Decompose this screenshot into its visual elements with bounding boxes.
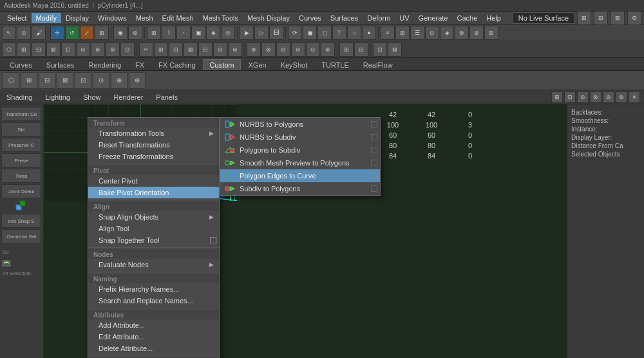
poly-subdiv-item[interactable]: Polygons to Subdiv [220,144,380,156]
move-tool-btn[interactable]: ✛ [50,26,64,40]
shelf-tab-fx[interactable]: FX [128,59,151,70]
camera-btn-1[interactable]: ⊡ [373,42,387,57]
geo-btn-2[interactable]: ⊞ [17,42,31,57]
geo-btn-1[interactable]: ⬡ [2,42,16,57]
menu-mesh-tools[interactable]: Mesh Tools [198,13,243,23]
edit-btn-5[interactable]: ⊟ [198,42,213,57]
edit-btn-6[interactable]: ⊝ [213,42,227,57]
util-btn-2[interactable]: ⊗ [261,42,276,57]
poly-edges-curve-item[interactable]: Polygon Edges to Curve [220,169,380,182]
menu-display[interactable]: Display [61,13,93,23]
freeze-transformations-item[interactable]: Freeze Transformations [88,151,219,162]
util-btn-1[interactable]: ⊕ [247,42,261,57]
geo-btn-8[interactable]: ⊚ [106,42,120,57]
smooth-to-poly-item[interactable]: Smooth Mesh Preview to Polygons [220,156,380,169]
edit-attribute-item[interactable]: Edit Attribute... [88,331,219,343]
select-all-btn[interactable]: ◼ [303,26,317,40]
shelf-tab-keyshot[interactable]: KeyShot [274,59,315,70]
reset-transformations-item[interactable]: Reset Transformations [88,139,219,151]
menu-mesh-display[interactable]: Mesh Display [243,13,294,23]
view-menu-renderer[interactable]: Renderer [111,92,146,102]
util-btn-4[interactable]: ⊘ [291,42,305,57]
shelf-icon-6[interactable]: ⊙ [93,72,109,89]
shelf-tab-custom[interactable]: Custom [203,59,242,70]
transformation-tools-item[interactable]: Transformation Tools ▶ [88,127,219,139]
shelf-icon-5[interactable]: ⊡ [75,72,91,89]
snap-curve-btn[interactable]: ⌇ [162,26,176,40]
display-btn-2[interactable]: ⊟ [354,42,368,57]
geo-btn-6[interactable]: ⊘ [76,42,90,57]
shelf-tab-turtle[interactable]: TURTLE [314,59,356,70]
edit-btn-4[interactable]: ⊠ [184,42,198,57]
menu-mesh[interactable]: Mesh [131,13,158,23]
view-menu-shading[interactable]: Shading [4,92,35,102]
shelf-tab-rendering[interactable]: Rendering [81,59,128,70]
add-attribute-item[interactable]: Add Attribute... [88,319,219,331]
show-manip-btn[interactable]: ⊕ [128,26,142,40]
snap-together-item[interactable]: Snap Together Tool [88,234,219,246]
view-icon-2[interactable]: ⊡ [564,91,576,103]
sub-check-1[interactable] [371,121,377,127]
evaluate-nodes-item[interactable]: Evaluate Nodes ▶ [88,259,219,270]
snap-view-btn[interactable]: ▣ [191,26,205,40]
snap-surface-btn[interactable]: ◈ [206,26,220,40]
left-tool-ste[interactable]: Ste [1,122,41,137]
view-icon-5[interactable]: ⊘ [603,91,614,103]
view-icon-4[interactable]: ⊗ [590,91,601,103]
view-btn-4[interactable]: ⚙ [627,11,641,25]
view-btn-2[interactable]: ⊟ [594,11,608,25]
shelf-icon-2[interactable]: ⊞ [21,72,37,89]
ipr-btn[interactable]: ▷ [254,26,269,40]
align-tool-item[interactable]: Align Tool [88,223,219,234]
view-menu-lighting[interactable]: Lighting [43,92,73,102]
edit-btn-1[interactable]: ✂ [139,42,153,57]
geo-btn-9[interactable]: ⊙ [120,42,135,57]
edit-btn-2[interactable]: ⊞ [154,42,168,57]
edit-btn-7[interactable]: ⊚ [228,42,242,57]
nurbs-subdiv-item[interactable]: NURBS to Subdiv [220,131,380,144]
util-btn-3[interactable]: ⊖ [276,42,290,57]
menu-uv[interactable]: UV [395,13,413,23]
prefix-hierarchy-item[interactable]: Prefix Hierarchy Names... [88,283,219,295]
left-tool-transform[interactable]: Transform Co [1,107,41,121]
paint-select-btn[interactable]: 🖌 [32,26,46,40]
check-box-1[interactable] [210,237,216,243]
sub-check-2[interactable] [371,134,377,140]
last-tool-btn[interactable]: ⊞ [95,26,109,40]
subdiv-to-poly-item[interactable]: Subdiv to Polygons [220,182,380,195]
geo-btn-7[interactable]: ⊛ [91,42,105,57]
falloff-icon[interactable] [2,258,11,267]
shelf-tab-curves[interactable]: Curves [3,59,39,70]
shelf-icon-7[interactable]: ⊕ [111,72,128,89]
sub-check-6[interactable] [371,185,377,192]
view-btn-1[interactable]: ⊞ [577,11,591,25]
soft-mod-btn[interactable]: ◉ [113,26,128,40]
lasso-tool-btn[interactable]: ⊙ [17,26,31,40]
left-tool-tweak[interactable]: Twea [1,169,41,183]
menu-windows[interactable]: Windows [93,13,131,23]
transform-btn[interactable]: ⊞ [395,26,410,40]
menu-select[interactable]: Select [3,13,32,23]
left-tool-preserve[interactable]: Preserve C [1,138,41,152]
display-btn-1[interactable]: ⊞ [339,42,354,57]
view-menu-show[interactable]: Show [80,92,104,102]
shelf-tab-fx-caching[interactable]: FX Caching [151,59,202,70]
shelf-tab-surfaces[interactable]: Surfaces [39,59,81,70]
select-tool-btn[interactable]: ↖ [2,26,16,40]
channel-btn[interactable]: ☰ [410,26,424,40]
menu-deform[interactable]: Deform [363,13,395,23]
view-icon-7[interactable]: ☀ [629,91,640,103]
menu-edit-mesh[interactable]: Edit Mesh [158,13,198,23]
center-pivot-item[interactable]: Center Pivot [88,175,219,187]
view-icon-6[interactable]: ⊛ [616,91,627,103]
geo-btn-3[interactable]: ⊟ [32,42,46,57]
snap-point-btn[interactable]: ◦ [176,26,191,40]
menu-cache[interactable]: Cache [452,13,482,23]
bake-pivot-item[interactable]: Bake Pivot Orientation [88,187,219,198]
menu-help[interactable]: Help [482,13,506,23]
view-menu-panels[interactable]: Panels [153,92,180,102]
menu-curves[interactable]: Curves [294,13,326,23]
no-live-surface-button[interactable]: No Live Surface [513,12,574,24]
nurbs-to-poly-item[interactable]: NURBS to Polygons [220,118,380,131]
snap-align-item[interactable]: Snap Align Objects ▶ [88,211,219,223]
